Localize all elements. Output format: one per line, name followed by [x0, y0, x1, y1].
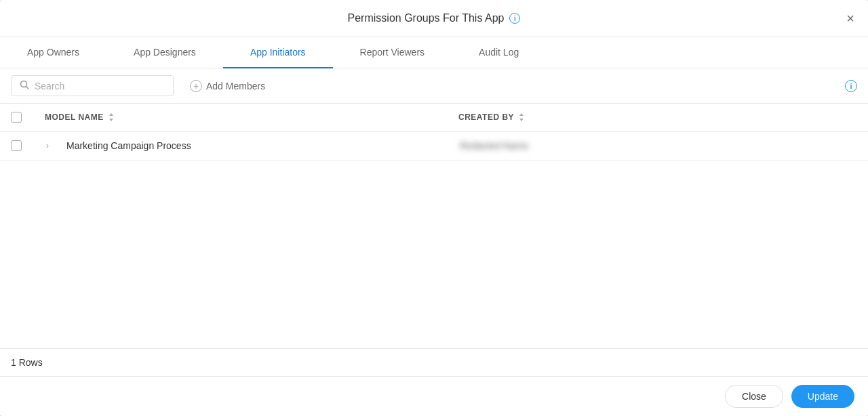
tab-report-viewers[interactable]: Report Viewers — [333, 37, 452, 68]
permission-groups-modal: Permission Groups For This App i × App O… — [0, 0, 868, 416]
select-all-checkbox[interactable] — [11, 112, 22, 123]
modal-title: Permission Groups For This App i — [348, 12, 521, 24]
row-created-by-cell: Redacted Name — [449, 132, 868, 159]
add-icon: + — [190, 80, 202, 92]
tab-app-designers[interactable]: App Designers — [106, 37, 223, 68]
search-input[interactable] — [35, 81, 165, 91]
title-info-icon[interactable]: i — [509, 13, 520, 24]
svg-line-1 — [26, 87, 29, 89]
toolbar-info-icon[interactable]: i — [845, 80, 857, 92]
table-header: MODEL NAME CREATED BY — [0, 104, 868, 131]
tabs-container: App Owners App Designers App Initiators … — [0, 37, 868, 68]
tab-app-owners[interactable]: App Owners — [0, 37, 106, 68]
row-count: 1 Rows — [0, 348, 868, 376]
created-by-sort-icon[interactable] — [518, 112, 525, 122]
update-button[interactable]: Update — [791, 385, 854, 408]
row-expand-cell: › — [34, 131, 56, 160]
row-checkbox-cell — [0, 132, 34, 159]
add-members-label: Add Members — [206, 81, 265, 91]
model-name-sort-icon[interactable] — [108, 112, 115, 122]
row-checkbox[interactable] — [11, 140, 22, 151]
table-container: MODEL NAME CREATED BY — [0, 104, 868, 348]
row-model-name: Marketing Campaign Process — [66, 140, 191, 151]
created-by-header-label: CREATED BY — [458, 112, 514, 122]
search-icon — [20, 80, 29, 91]
search-box — [11, 75, 174, 96]
tab-audit-log[interactable]: Audit Log — [452, 37, 546, 68]
row-created-by: Redacted Name — [460, 140, 528, 151]
modal-title-text: Permission Groups For This App — [348, 12, 505, 24]
table-row: › Marketing Campaign Process Redacted Na… — [0, 131, 868, 161]
header-model-name: MODEL NAME — [34, 104, 448, 130]
add-members-button[interactable]: + Add Members — [184, 76, 271, 96]
modal-header: Permission Groups For This App i × — [0, 0, 868, 37]
row-model-name-cell: Marketing Campaign Process — [56, 132, 449, 159]
modal-footer: Close Update — [0, 376, 868, 416]
header-created-by: CREATED BY — [448, 104, 868, 130]
model-name-header-label: MODEL NAME — [45, 112, 104, 122]
close-button[interactable]: Close — [725, 385, 783, 408]
toolbar: + Add Members i — [0, 68, 868, 104]
row-expand-button[interactable]: › — [45, 140, 50, 152]
header-checkbox-cell — [0, 104, 34, 131]
close-icon[interactable]: × — [846, 12, 854, 25]
tab-app-initiators[interactable]: App Initiators — [223, 37, 333, 68]
